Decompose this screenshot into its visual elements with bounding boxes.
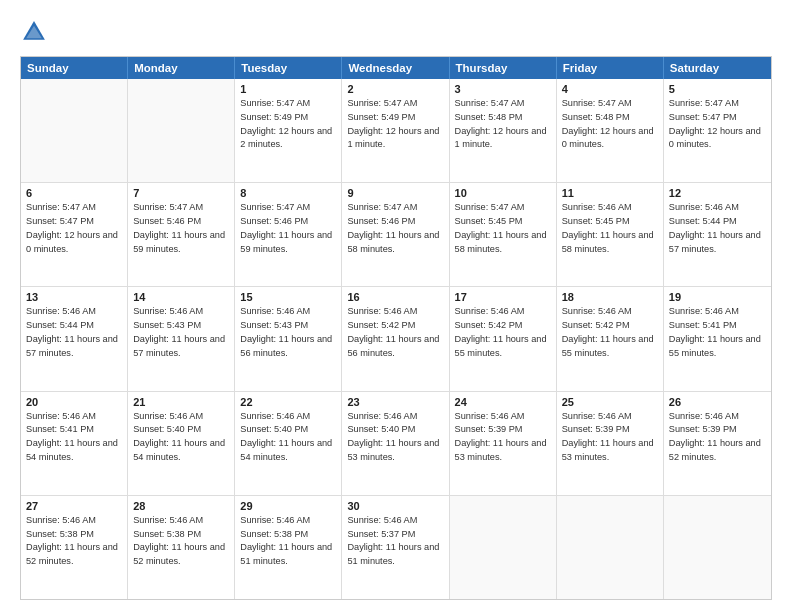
calendar-cell [450,496,557,599]
day-info: Sunrise: 5:46 AMSunset: 5:44 PMDaylight:… [669,201,766,256]
day-number: 16 [347,291,443,303]
calendar-cell [664,496,771,599]
calendar-body: 1Sunrise: 5:47 AMSunset: 5:49 PMDaylight… [21,79,771,599]
day-number: 17 [455,291,551,303]
calendar-cell: 7Sunrise: 5:47 AMSunset: 5:46 PMDaylight… [128,183,235,286]
day-info: Sunrise: 5:47 AMSunset: 5:48 PMDaylight:… [562,97,658,152]
calendar-cell: 28Sunrise: 5:46 AMSunset: 5:38 PMDayligh… [128,496,235,599]
day-number: 15 [240,291,336,303]
calendar-cell: 1Sunrise: 5:47 AMSunset: 5:49 PMDaylight… [235,79,342,182]
day-info: Sunrise: 5:46 AMSunset: 5:42 PMDaylight:… [347,305,443,360]
calendar-cell: 14Sunrise: 5:46 AMSunset: 5:43 PMDayligh… [128,287,235,390]
day-number: 29 [240,500,336,512]
day-number: 18 [562,291,658,303]
calendar-cell: 20Sunrise: 5:46 AMSunset: 5:41 PMDayligh… [21,392,128,495]
day-number: 2 [347,83,443,95]
calendar-cell: 30Sunrise: 5:46 AMSunset: 5:37 PMDayligh… [342,496,449,599]
day-number: 25 [562,396,658,408]
day-number: 30 [347,500,443,512]
day-info: Sunrise: 5:46 AMSunset: 5:38 PMDaylight:… [26,514,122,569]
calendar-cell: 23Sunrise: 5:46 AMSunset: 5:40 PMDayligh… [342,392,449,495]
day-number: 22 [240,396,336,408]
day-number: 19 [669,291,766,303]
day-number: 13 [26,291,122,303]
calendar-header-cell: Wednesday [342,57,449,79]
calendar-cell: 11Sunrise: 5:46 AMSunset: 5:45 PMDayligh… [557,183,664,286]
day-info: Sunrise: 5:46 AMSunset: 5:38 PMDaylight:… [133,514,229,569]
day-number: 12 [669,187,766,199]
day-info: Sunrise: 5:46 AMSunset: 5:39 PMDaylight:… [455,410,551,465]
day-info: Sunrise: 5:47 AMSunset: 5:47 PMDaylight:… [26,201,122,256]
calendar-cell: 5Sunrise: 5:47 AMSunset: 5:47 PMDaylight… [664,79,771,182]
calendar-cell [128,79,235,182]
calendar-header: SundayMondayTuesdayWednesdayThursdayFrid… [21,57,771,79]
day-info: Sunrise: 5:46 AMSunset: 5:41 PMDaylight:… [26,410,122,465]
calendar-cell: 24Sunrise: 5:46 AMSunset: 5:39 PMDayligh… [450,392,557,495]
day-number: 9 [347,187,443,199]
day-number: 8 [240,187,336,199]
calendar-cell: 3Sunrise: 5:47 AMSunset: 5:48 PMDaylight… [450,79,557,182]
day-number: 1 [240,83,336,95]
calendar-cell: 27Sunrise: 5:46 AMSunset: 5:38 PMDayligh… [21,496,128,599]
day-info: Sunrise: 5:46 AMSunset: 5:43 PMDaylight:… [240,305,336,360]
calendar-row: 27Sunrise: 5:46 AMSunset: 5:38 PMDayligh… [21,496,771,599]
calendar-cell: 8Sunrise: 5:47 AMSunset: 5:46 PMDaylight… [235,183,342,286]
calendar-cell: 19Sunrise: 5:46 AMSunset: 5:41 PMDayligh… [664,287,771,390]
calendar-cell: 21Sunrise: 5:46 AMSunset: 5:40 PMDayligh… [128,392,235,495]
calendar-row: 1Sunrise: 5:47 AMSunset: 5:49 PMDaylight… [21,79,771,183]
calendar-cell: 18Sunrise: 5:46 AMSunset: 5:42 PMDayligh… [557,287,664,390]
calendar-header-cell: Tuesday [235,57,342,79]
calendar-cell [557,496,664,599]
calendar-cell: 26Sunrise: 5:46 AMSunset: 5:39 PMDayligh… [664,392,771,495]
calendar-cell: 2Sunrise: 5:47 AMSunset: 5:49 PMDaylight… [342,79,449,182]
day-number: 23 [347,396,443,408]
day-info: Sunrise: 5:47 AMSunset: 5:49 PMDaylight:… [347,97,443,152]
page: SundayMondayTuesdayWednesdayThursdayFrid… [0,0,792,612]
day-info: Sunrise: 5:46 AMSunset: 5:40 PMDaylight:… [347,410,443,465]
calendar-cell: 12Sunrise: 5:46 AMSunset: 5:44 PMDayligh… [664,183,771,286]
day-info: Sunrise: 5:46 AMSunset: 5:42 PMDaylight:… [455,305,551,360]
calendar-row: 13Sunrise: 5:46 AMSunset: 5:44 PMDayligh… [21,287,771,391]
day-info: Sunrise: 5:46 AMSunset: 5:44 PMDaylight:… [26,305,122,360]
day-info: Sunrise: 5:46 AMSunset: 5:45 PMDaylight:… [562,201,658,256]
day-number: 24 [455,396,551,408]
calendar-cell: 22Sunrise: 5:46 AMSunset: 5:40 PMDayligh… [235,392,342,495]
calendar: SundayMondayTuesdayWednesdayThursdayFrid… [20,56,772,600]
day-info: Sunrise: 5:47 AMSunset: 5:47 PMDaylight:… [669,97,766,152]
day-info: Sunrise: 5:47 AMSunset: 5:46 PMDaylight:… [240,201,336,256]
day-info: Sunrise: 5:46 AMSunset: 5:40 PMDaylight:… [240,410,336,465]
day-info: Sunrise: 5:47 AMSunset: 5:48 PMDaylight:… [455,97,551,152]
day-info: Sunrise: 5:47 AMSunset: 5:46 PMDaylight:… [133,201,229,256]
day-info: Sunrise: 5:46 AMSunset: 5:40 PMDaylight:… [133,410,229,465]
calendar-cell [21,79,128,182]
day-number: 20 [26,396,122,408]
calendar-cell: 29Sunrise: 5:46 AMSunset: 5:38 PMDayligh… [235,496,342,599]
day-number: 5 [669,83,766,95]
day-number: 21 [133,396,229,408]
logo [20,18,52,46]
day-number: 3 [455,83,551,95]
calendar-row: 6Sunrise: 5:47 AMSunset: 5:47 PMDaylight… [21,183,771,287]
day-info: Sunrise: 5:46 AMSunset: 5:37 PMDaylight:… [347,514,443,569]
calendar-header-cell: Friday [557,57,664,79]
day-info: Sunrise: 5:47 AMSunset: 5:46 PMDaylight:… [347,201,443,256]
calendar-header-cell: Sunday [21,57,128,79]
day-number: 11 [562,187,658,199]
calendar-cell: 25Sunrise: 5:46 AMSunset: 5:39 PMDayligh… [557,392,664,495]
day-info: Sunrise: 5:46 AMSunset: 5:39 PMDaylight:… [562,410,658,465]
day-info: Sunrise: 5:46 AMSunset: 5:42 PMDaylight:… [562,305,658,360]
calendar-cell: 13Sunrise: 5:46 AMSunset: 5:44 PMDayligh… [21,287,128,390]
day-info: Sunrise: 5:46 AMSunset: 5:38 PMDaylight:… [240,514,336,569]
day-number: 4 [562,83,658,95]
day-number: 14 [133,291,229,303]
calendar-header-cell: Thursday [450,57,557,79]
day-number: 28 [133,500,229,512]
calendar-cell: 9Sunrise: 5:47 AMSunset: 5:46 PMDaylight… [342,183,449,286]
day-info: Sunrise: 5:46 AMSunset: 5:41 PMDaylight:… [669,305,766,360]
calendar-cell: 4Sunrise: 5:47 AMSunset: 5:48 PMDaylight… [557,79,664,182]
day-info: Sunrise: 5:47 AMSunset: 5:45 PMDaylight:… [455,201,551,256]
day-number: 27 [26,500,122,512]
calendar-cell: 10Sunrise: 5:47 AMSunset: 5:45 PMDayligh… [450,183,557,286]
calendar-row: 20Sunrise: 5:46 AMSunset: 5:41 PMDayligh… [21,392,771,496]
header [20,18,772,46]
